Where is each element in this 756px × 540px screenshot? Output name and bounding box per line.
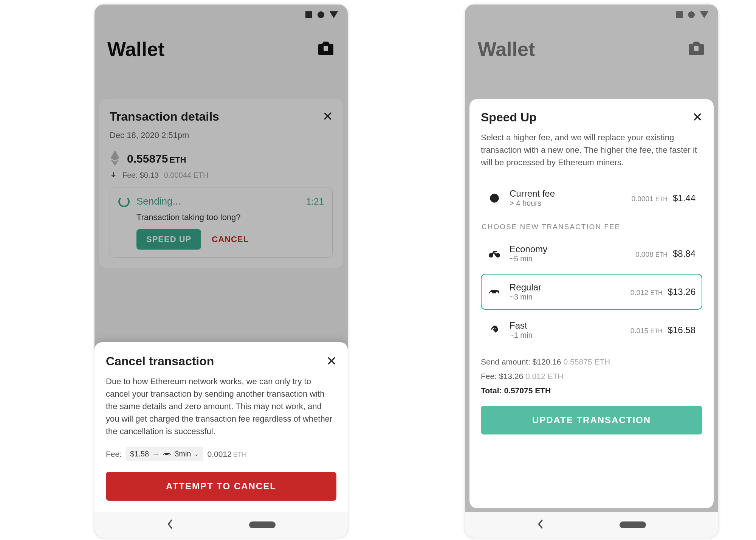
current-fee-name: Current fee	[510, 188, 555, 199]
transaction-details-title: Transaction details	[110, 110, 219, 124]
transaction-amount: 0.55875ETH	[127, 152, 186, 165]
car-icon	[163, 451, 172, 457]
fee-option-fast[interactable]: Fast ~1 min 0.015 ETH $16.58	[481, 312, 702, 348]
chevron-down-icon: ⌄	[194, 450, 199, 458]
fee-eth: 0.00044 ETH	[164, 171, 209, 180]
sending-prompt: Transaction taking too long?	[136, 213, 324, 222]
fee-option-regular[interactable]: Regular ~3 min 0.012 ETH $13.26	[481, 274, 702, 310]
close-icon[interactable]	[323, 111, 333, 123]
page-title: Wallet	[107, 38, 164, 61]
fee-usd: Fee: $0.13	[122, 171, 159, 180]
choose-fee-label: CHOOSE NEW TRANSACTION FEE	[482, 223, 702, 231]
totals-block: Send amount: $120.160.55875 ETH Fee: $13…	[481, 355, 702, 397]
fee-speed-chip[interactable]: $1.58 → 3min ⌄	[125, 447, 203, 461]
cancel-fee-row: Fee: $1.58 → 3min ⌄ 0.0012ETH	[106, 447, 336, 461]
app-header: Wallet	[94, 25, 348, 71]
nav-back-button[interactable]	[537, 519, 544, 531]
update-transaction-button[interactable]: UPDATE TRANSACTION	[481, 406, 702, 434]
arrow-down-icon	[110, 171, 117, 180]
close-icon[interactable]	[327, 356, 336, 367]
attempt-cancel-button[interactable]: ATTEMPT TO CANCEL	[106, 472, 336, 501]
phone-screen-speedup: Wallet Speed Up Select a higher fee, and…	[465, 5, 718, 538]
rocket-icon	[488, 325, 501, 335]
transaction-timestamp: Dec 18, 2020 2:51pm	[110, 130, 333, 140]
nav-home-pill[interactable]	[620, 521, 646, 528]
car-icon	[488, 287, 501, 297]
current-fee-value: 0.0001 ETH $1.44	[631, 193, 696, 203]
bicycle-icon	[488, 248, 501, 259]
fee-option-economy[interactable]: Economy ~5 min 0.008 ETH $8.84	[481, 236, 702, 272]
status-square-icon	[305, 11, 312, 18]
speed-up-description: Select a higher fee, and we will replace…	[481, 131, 702, 169]
nav-bar	[94, 512, 348, 538]
fee-label: Fee:	[106, 450, 122, 459]
speed-up-sheet: Speed Up Select a higher fee, and we wil…	[469, 99, 714, 508]
status-triangle-icon	[330, 11, 338, 18]
nav-bar	[465, 512, 718, 538]
spinner-icon	[118, 196, 130, 207]
nav-back-button[interactable]	[167, 519, 174, 531]
svg-rect-0	[324, 46, 328, 51]
speed-up-title: Speed Up	[481, 110, 537, 124]
nav-home-pill[interactable]	[249, 521, 276, 528]
arrow-right-icon: →	[152, 450, 160, 458]
status-circle-icon	[318, 11, 324, 18]
speed-up-button[interactable]: SPEED UP	[136, 229, 201, 250]
sending-elapsed: 1:21	[306, 196, 324, 207]
cancel-sheet-title: Cancel transaction	[106, 354, 214, 368]
clock-icon	[488, 193, 501, 203]
phone-screen-cancel: Wallet Transaction details Dec 18, 2020 …	[94, 5, 348, 538]
current-fee-row: Current fee > 4 hours 0.0001 ETH $1.44	[481, 180, 702, 216]
sending-label: Sending...	[136, 196, 181, 207]
current-fee-time: > 4 hours	[510, 199, 555, 208]
cancel-description: Due to how Ethereum network works, we ca…	[106, 375, 336, 438]
cancel-fee-eth: 0.0012ETH	[207, 450, 246, 459]
cancel-button[interactable]: CANCEL	[212, 229, 249, 250]
close-icon[interactable]	[692, 112, 702, 123]
sending-status-box: Sending... 1:21 Transaction taking too l…	[110, 188, 333, 258]
transaction-details-sheet: Transaction details Dec 18, 2020 2:51pm …	[99, 99, 343, 268]
status-bar	[94, 5, 348, 25]
ethereum-icon	[110, 150, 120, 168]
scan-qr-icon[interactable]	[317, 41, 335, 57]
cancel-transaction-sheet: Cancel transaction Due to how Ethereum n…	[94, 342, 348, 512]
svg-point-12	[495, 328, 497, 329]
